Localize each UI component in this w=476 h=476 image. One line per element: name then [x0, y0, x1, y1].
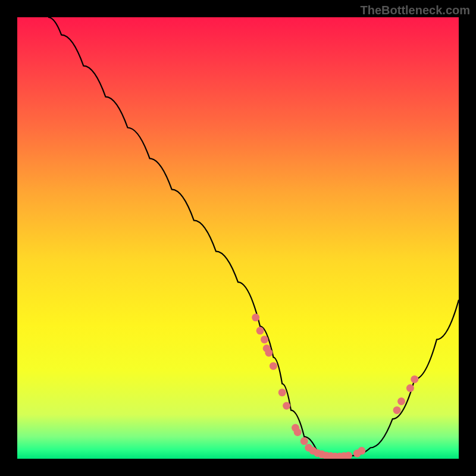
data-marker [270, 362, 277, 370]
watermark-text: TheBottleneck.com [361, 4, 470, 17]
data-marker [294, 428, 302, 436]
plot-area [17, 17, 459, 459]
bottleneck-curve [48, 17, 459, 456]
data-marker [406, 384, 414, 392]
data-marker [411, 375, 418, 383]
data-marker [278, 389, 286, 396]
data-markers [252, 314, 418, 459]
chart-container: TheBottleneck.com [0, 0, 476, 476]
data-marker [256, 327, 264, 334]
data-marker [393, 406, 401, 414]
data-marker [397, 397, 405, 405]
data-marker [300, 437, 308, 445]
data-marker [358, 447, 365, 455]
data-marker [265, 349, 273, 356]
data-marker [261, 336, 268, 343]
chart-svg [17, 17, 459, 459]
data-marker [252, 314, 259, 321]
data-marker [283, 402, 290, 410]
